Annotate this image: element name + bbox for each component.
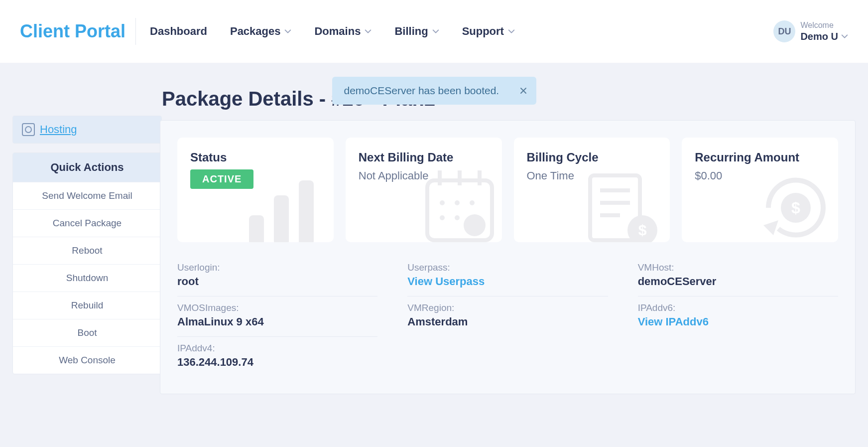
nav-packages[interactable]: Packages [230, 25, 292, 38]
quick-actions-panel: Quick Actions Send Welcome Email Cancel … [12, 152, 162, 374]
brand-logo[interactable]: Client Portal [20, 21, 125, 42]
nav-packages-label: Packages [230, 25, 281, 38]
detail-ipv6-label: IPAddv6: [638, 302, 838, 313]
nav-domains[interactable]: Domains [314, 25, 372, 38]
chevron-down-icon [841, 33, 848, 40]
user-menu[interactable]: DU Welcome Demo U [773, 20, 848, 42]
close-icon[interactable] [517, 85, 529, 97]
detail-vmregion-value: Amsterdam [407, 315, 608, 328]
welcome-box: Welcome Demo U [800, 20, 848, 42]
summary-cards: Status ACTIVE Next Billing Date Not Appl… [177, 138, 838, 242]
svg-text:$: $ [638, 222, 647, 238]
status-badge: ACTIVE [190, 169, 253, 189]
svg-rect-0 [249, 215, 264, 242]
svg-text:$: $ [791, 199, 800, 217]
details-col-3: VMHost: demoCEServer IPAddv6: View IPAdd… [638, 256, 838, 377]
view-userpass-link[interactable]: View Userpass [407, 275, 608, 288]
card-status-title: Status [190, 150, 321, 164]
detail-ipv4-value: 136.244.109.74 [177, 356, 377, 369]
card-billing-cycle: Billing Cycle One Time $ [514, 138, 670, 242]
svg-point-9 [470, 200, 475, 205]
nav-dashboard[interactable]: Dashboard [150, 25, 207, 38]
card-next-billing-value: Not Applicable [359, 169, 489, 182]
chevron-down-icon [365, 28, 372, 35]
detail-vmhost: VMHost: demoCEServer [638, 256, 838, 297]
details-col-1: Userlogin: root VMOSImages: AlmaLinux 9 … [177, 256, 377, 377]
divider [135, 18, 136, 45]
sidebar: Hosting Quick Actions Send Welcome Email… [12, 116, 162, 383]
svg-point-12 [464, 214, 486, 236]
svg-marker-19 [763, 220, 778, 235]
detail-vmregion-label: VMRegion: [407, 302, 608, 313]
detail-vmregion: VMRegion: Amsterdam [407, 297, 608, 336]
card-billing-cycle-title: Billing Cycle [527, 150, 657, 164]
chevron-down-icon [432, 28, 439, 35]
detail-userlogin: Userlogin: root [177, 256, 377, 297]
sidebar-tab-hosting[interactable]: Hosting [13, 116, 161, 143]
svg-rect-2 [299, 180, 314, 242]
svg-point-17 [627, 215, 657, 242]
qa-boot[interactable]: Boot [13, 319, 161, 346]
svg-point-10 [440, 215, 445, 220]
toast-message: demoCEServer has been booted. [344, 85, 499, 97]
quick-actions-title: Quick Actions [13, 153, 161, 182]
detail-vmosimages-value: AlmaLinux 9 x64 [177, 315, 377, 328]
svg-point-11 [455, 215, 460, 220]
card-billing-cycle-value: One Time [527, 169, 657, 182]
detail-userpass: Userpass: View Userpass [407, 256, 608, 297]
detail-ipv4: IPAddv4: 136.244.109.74 [177, 337, 377, 377]
welcome-name: Demo U [800, 30, 848, 42]
card-recurring: Recurring Amount $0.00 $ [682, 138, 838, 242]
nav-support-label: Support [462, 25, 504, 38]
topbar: Client Portal Dashboard Packages Domains… [0, 0, 868, 63]
main-nav: Dashboard Packages Domains Billing Suppo… [150, 25, 515, 38]
detail-userlogin-label: Userlogin: [177, 262, 377, 273]
toast-notification: demoCEServer has been booted. [332, 77, 536, 105]
detail-vmosimages-label: VMOSImages: [177, 302, 377, 313]
detail-vmosimages: VMOSImages: AlmaLinux 9 x64 [177, 297, 377, 337]
nav-billing-label: Billing [394, 25, 428, 38]
content-panel: Status ACTIVE Next Billing Date Not Appl… [160, 120, 856, 394]
chevron-down-icon [284, 28, 291, 35]
nav-support[interactable]: Support [462, 25, 515, 38]
sidebar-tabs: Hosting [12, 116, 162, 144]
nav-billing[interactable]: Billing [394, 25, 439, 38]
card-status: Status ACTIVE [177, 138, 334, 242]
qa-reboot[interactable]: Reboot [13, 237, 161, 264]
detail-userpass-label: Userpass: [407, 262, 608, 273]
qa-rebuild[interactable]: Rebuild [13, 292, 161, 319]
user-name: Demo U [800, 30, 838, 42]
card-recurring-title: Recurring Amount [695, 150, 825, 164]
nav-dashboard-label: Dashboard [150, 25, 207, 38]
detail-ipv6: IPAddv6: View IPAddv6 [638, 297, 838, 336]
qa-shutdown[interactable]: Shutdown [13, 264, 161, 292]
hosting-icon [22, 123, 35, 136]
nav-domains-label: Domains [314, 25, 361, 38]
detail-vmhost-label: VMHost: [638, 262, 838, 273]
svg-rect-13 [590, 175, 640, 240]
qa-web-console[interactable]: Web Console [13, 346, 161, 374]
qa-send-welcome-email[interactable]: Send Welcome Email [13, 182, 161, 209]
details-grid: Userlogin: root VMOSImages: AlmaLinux 9 … [177, 256, 838, 377]
svg-point-8 [455, 200, 460, 205]
card-next-billing-title: Next Billing Date [359, 150, 489, 164]
avatar: DU [773, 20, 795, 42]
card-recurring-value: $0.00 [695, 169, 825, 182]
detail-vmhost-value: demoCEServer [638, 275, 838, 288]
detail-userlogin-value: root [177, 275, 377, 288]
svg-rect-3 [427, 180, 492, 240]
welcome-label: Welcome [800, 20, 848, 30]
svg-point-20 [781, 193, 811, 223]
chevron-down-icon [508, 28, 515, 35]
svg-point-7 [440, 200, 445, 205]
detail-ipv4-label: IPAddv4: [177, 343, 377, 354]
details-col-2: Userpass: View Userpass VMRegion: Amster… [407, 256, 608, 377]
qa-cancel-package[interactable]: Cancel Package [13, 209, 161, 237]
view-ipv6-link[interactable]: View IPAddv6 [638, 315, 838, 328]
sidebar-tab-hosting-label: Hosting [40, 123, 77, 136]
main-area: Package Details - #20 - Plan2 Status ACT… [162, 78, 856, 394]
card-next-billing: Next Billing Date Not Applicable [346, 138, 502, 242]
svg-rect-1 [274, 195, 289, 242]
